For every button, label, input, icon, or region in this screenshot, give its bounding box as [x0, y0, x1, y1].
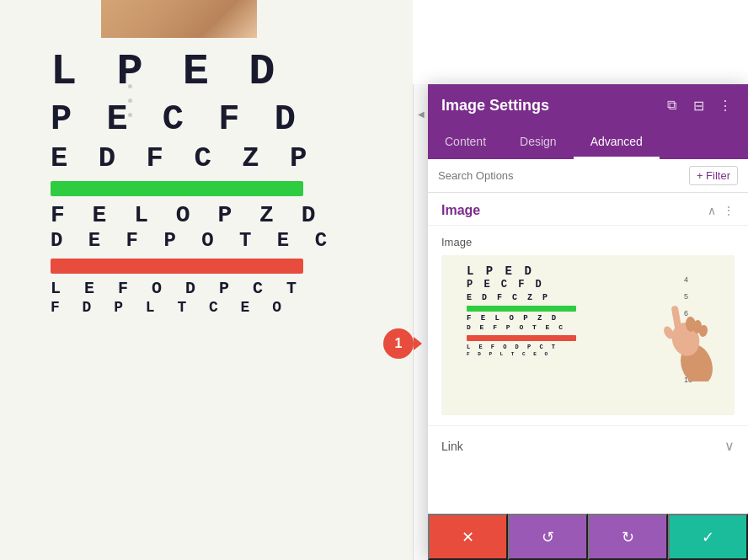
collapse-icon[interactable]: ∧	[708, 204, 716, 217]
green-bar	[51, 181, 303, 196]
preview-chart: L P E D P E C F D E D F C Z P F E L O P …	[467, 264, 576, 358]
link-row[interactable]: Link ∨	[441, 426, 735, 466]
cancel-button[interactable]: ✕	[428, 514, 508, 560]
background-area: L P E D P E C F D E D F C Z P F E L O P …	[0, 0, 413, 560]
link-label: Link	[441, 440, 463, 453]
restore-icon[interactable]: ⧉	[662, 96, 681, 115]
save-button[interactable]: ✓	[668, 514, 748, 560]
section-header: Image ∧ ⋮	[428, 193, 748, 226]
undo-button[interactable]: ↺	[508, 514, 588, 560]
section-title: Image	[441, 203, 480, 218]
panel-header: Image Settings ⧉ ⊟ ⋮	[428, 84, 748, 126]
redo-button[interactable]: ↻	[588, 514, 668, 560]
panel-header-icons: ⧉ ⊟ ⋮	[662, 96, 735, 115]
more-icon[interactable]: ⋮	[716, 96, 735, 115]
panel-content: Image ∧ ⋮ Image L P E D P E C F D E D F	[428, 193, 748, 514]
image-field-label: Image	[441, 236, 735, 248]
image-field-group: Image L P E D P E C F D E D F C Z P F E …	[428, 226, 748, 425]
preview-green-bar	[467, 306, 576, 312]
section-more-icon[interactable]: ⋮	[723, 204, 735, 217]
chevron-down-icon: ∨	[724, 438, 735, 454]
edge-arrow: ◀	[418, 109, 425, 119]
panel-title: Image Settings	[441, 97, 549, 115]
action-bar: ✕ ↺ ↻ ✓	[428, 514, 748, 560]
settings-panel: Image Settings ⧉ ⊟ ⋮ Content Design Adva…	[428, 84, 748, 560]
search-input[interactable]	[438, 169, 682, 182]
link-section: Link ∨	[428, 425, 748, 466]
image-section: Image ∧ ⋮ Image L P E D P E C F D E D F	[428, 193, 748, 425]
step-indicator: 1	[383, 328, 414, 359]
preview-red-bar	[467, 335, 576, 341]
preview-inner: L P E D P E C F D E D F C Z P F E L O P …	[441, 255, 735, 415]
split-icon[interactable]: ⊟	[689, 96, 708, 115]
face-image	[101, 0, 257, 38]
preview-hand	[650, 272, 718, 381]
tab-content[interactable]: Content	[428, 126, 503, 159]
panel-tabs: Content Design Advanced	[428, 126, 748, 159]
section-icons: ∧ ⋮	[708, 204, 735, 217]
search-bar: + Filter	[428, 159, 748, 193]
tab-design[interactable]: Design	[503, 126, 574, 159]
side-dots	[128, 84, 132, 117]
eye-chart-background: L P E D P E C F D E D F C Z P F E L O P …	[51, 46, 334, 317]
filter-button[interactable]: + Filter	[689, 166, 738, 185]
red-bar	[51, 259, 303, 274]
panel-edge: ◀	[413, 84, 428, 560]
image-preview[interactable]: L P E D P E C F D E D F C Z P F E L O P …	[441, 255, 735, 415]
tab-advanced[interactable]: Advanced	[574, 126, 660, 159]
